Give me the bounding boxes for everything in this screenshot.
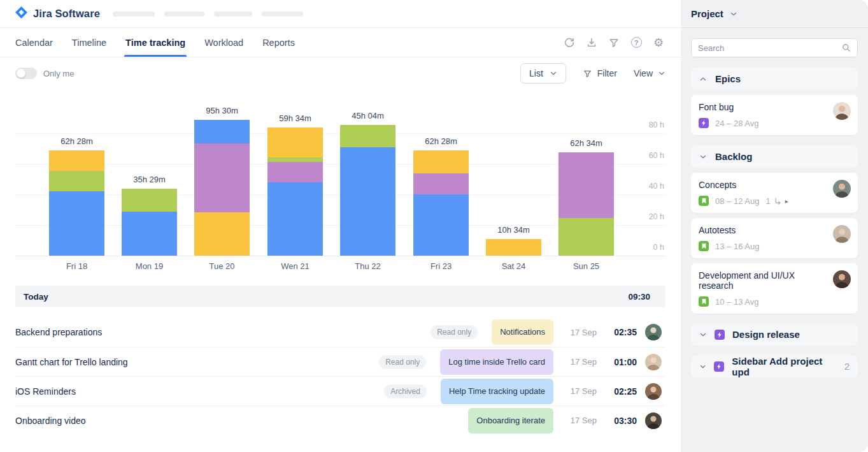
skeleton-pill: [164, 11, 204, 17]
avatar: [833, 270, 851, 288]
bar-segment-blue: [340, 147, 395, 256]
only-me-toggle[interactable]: [15, 68, 37, 79]
task-row[interactable]: Backend preparations Read only Notificat…: [15, 317, 665, 347]
task-row[interactable]: Gantt chart for Trello landing Read only…: [15, 347, 665, 376]
card-title: Development and UI/UX research: [699, 270, 850, 291]
bar-segment-yellow: [413, 150, 469, 173]
bar-segment-green: [559, 218, 614, 256]
project-dropdown[interactable]: Project: [691, 8, 723, 19]
group-sidebar-add-project[interactable]: Sidebar Add project upd 2: [691, 355, 858, 377]
jira-logo[interactable]: Jira Software: [15, 6, 100, 21]
tabs: Calendar Timeline Time tracking Workload…: [15, 28, 295, 57]
header-actions: ? ⚙: [562, 36, 665, 50]
group-design-release[interactable]: Design release: [691, 323, 858, 346]
search-icon[interactable]: [841, 43, 851, 53]
status-badge: Read only: [379, 355, 426, 369]
status-badge: Read only: [430, 325, 478, 339]
y-axis-tick: 80 h: [649, 120, 664, 129]
bar-total-label: 45h 04m: [340, 111, 395, 120]
today-time: 09:30: [628, 292, 650, 302]
chevron-down-icon: [699, 331, 707, 339]
avatar: [645, 383, 662, 400]
bar-fri-23[interactable]: 62h 28mFri 23: [413, 150, 469, 256]
y-axis-tick: 20 h: [649, 212, 664, 221]
backlog-card[interactable]: Development and UI/UX research 10 – 13 A…: [691, 263, 858, 314]
bar-fri-18[interactable]: 62h 28mFri 18: [49, 150, 104, 256]
bar-total-label: 62h 34m: [559, 138, 614, 148]
tab-reports[interactable]: Reports: [262, 28, 295, 57]
task-logged-time: 03:30: [605, 416, 637, 426]
group-title: Design release: [732, 329, 800, 340]
bar-sat-24[interactable]: 10h 34mSat 24: [486, 239, 541, 256]
date-range: 10 – 13 Avg: [715, 297, 758, 307]
card-meta: 24 – 28 Avg: [699, 118, 850, 128]
bar-segment-blue: [413, 194, 469, 256]
refresh-icon[interactable]: [562, 36, 576, 50]
card-title: Autotests: [699, 225, 850, 235]
date-range: 13 – 16 Aug: [715, 242, 759, 251]
backlog-card[interactable]: Autotests 13 – 16 Aug: [691, 218, 858, 258]
avatar: [833, 225, 851, 243]
task-row[interactable]: iOS Reminders Archived Help Time trackin…: [15, 376, 665, 405]
search-input[interactable]: [698, 43, 841, 53]
filter-button[interactable]: Filter: [583, 68, 617, 78]
tab-timeline[interactable]: Timeline: [72, 28, 106, 57]
epic-bolt-icon: [715, 330, 725, 340]
settings-gear-icon[interactable]: ⚙: [651, 36, 665, 50]
task-tag[interactable]: Onboarding iterate: [468, 408, 553, 434]
task-row[interactable]: Onboarding video Onboarding iterate 17 S…: [15, 405, 665, 435]
bar-tue-20[interactable]: 95h 30mTue 20: [194, 120, 250, 256]
bar-segment-green: [267, 157, 323, 162]
bar-segment-green: [340, 125, 395, 147]
bar-total-label: 62h 28m: [49, 136, 104, 146]
task-tag[interactable]: Log time inside Trello card: [440, 349, 553, 375]
section-backlog[interactable]: Backlog: [691, 145, 858, 168]
chevron-down-icon: [699, 363, 706, 370]
skeleton-pill: [113, 11, 155, 17]
list-dropdown[interactable]: List: [520, 63, 566, 84]
subtask-count: 1 ▸: [765, 196, 788, 206]
app-window: Jira Software Calendar Timeline Time tra…: [0, 0, 868, 452]
chevron-down-icon[interactable]: [730, 10, 737, 18]
bar-segment-yellow: [486, 239, 541, 256]
tab-workload[interactable]: Workload: [204, 28, 243, 57]
bar-segment-purple: [413, 173, 469, 194]
backlog-card[interactable]: Concepts 08 – 12 Aug 1 ▸: [691, 173, 858, 213]
chevron-down-icon: [550, 69, 557, 77]
nav-skeletons: [113, 11, 303, 17]
gridline: [15, 256, 665, 256]
bar-total-label: 10h 34m: [486, 225, 541, 235]
skeleton-pill: [262, 11, 303, 17]
download-icon[interactable]: [585, 36, 599, 50]
card-title: Concepts: [699, 180, 850, 190]
epic-bolt-icon: [714, 361, 724, 372]
bar-wen-21[interactable]: 59h 34mWen 21: [267, 128, 323, 256]
epic-card[interactable]: Font bug 24 – 28 Avg: [691, 95, 858, 135]
bar-segment-purple: [559, 152, 614, 218]
x-axis-label: Sun 25: [559, 261, 614, 271]
epic-bolt-icon: [699, 118, 709, 128]
status-badge: Archived: [384, 384, 427, 398]
tab-time-tracking[interactable]: Time tracking: [125, 28, 185, 57]
today-row[interactable]: Today 09:30: [15, 286, 665, 307]
bar-sun-25[interactable]: 62h 34mSun 25: [559, 152, 614, 256]
task-tag[interactable]: Notifications: [492, 319, 553, 345]
story-bookmark-icon: [699, 196, 709, 206]
bar-thu-22[interactable]: 45h 04mThu 22: [340, 125, 395, 256]
bar-segment-blue: [122, 212, 177, 256]
view-dropdown[interactable]: View: [634, 68, 665, 78]
date-range: 08 – 12 Aug: [715, 196, 759, 206]
chevron-down-icon: [658, 69, 665, 77]
expand-arrow-icon[interactable]: ▸: [785, 198, 788, 205]
chevron-down-icon: [699, 153, 707, 161]
group-count: 2: [844, 361, 850, 372]
bar-total-label: 35h 29m: [122, 175, 177, 184]
tab-calendar[interactable]: Calendar: [15, 28, 53, 57]
task-date: 17 Sep: [561, 416, 597, 425]
help-icon[interactable]: ?: [629, 36, 643, 50]
task-tag[interactable]: Help Time tracking update: [441, 379, 553, 404]
bar-mon-19[interactable]: 35h 29mMon 19: [122, 189, 177, 256]
filter-funnel-icon[interactable]: [607, 36, 621, 50]
section-epics[interactable]: Epics: [691, 68, 858, 90]
task-date: 17 Sep: [561, 386, 597, 396]
